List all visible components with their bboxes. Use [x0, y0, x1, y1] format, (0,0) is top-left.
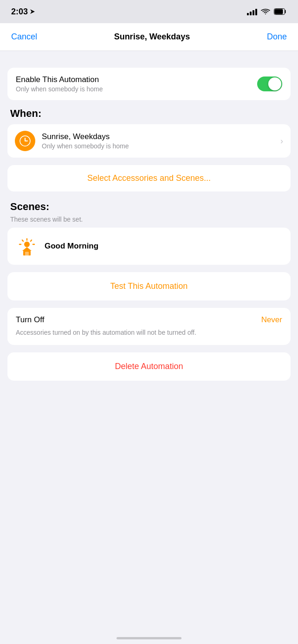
location-arrow-icon: [30, 9, 35, 14]
svg-rect-1: [275, 9, 283, 14]
nav-bar: Cancel Sunrise, Weekdays Done: [0, 23, 298, 51]
when-item-subtitle: Only when somebody is home: [42, 142, 274, 150]
enable-automation-card: Enable This Automation Only when somebod…: [7, 68, 291, 100]
when-section-label: When:: [10, 108, 288, 120]
time-display: 2:03: [11, 7, 28, 17]
delete-automation-button[interactable]: Delete Automation: [7, 352, 291, 381]
cancel-button[interactable]: Cancel: [9, 28, 39, 45]
page-title: Sunrise, Weekdays: [114, 32, 190, 42]
good-morning-icon: [16, 235, 38, 257]
test-automation-button[interactable]: Test This Automation: [7, 272, 291, 300]
enable-subtitle: Only when somebody is home: [16, 85, 257, 93]
select-accessories-button[interactable]: Select Accessories and Scenes...: [7, 165, 291, 191]
scene-name: Good Morning: [45, 242, 98, 251]
turn-off-row[interactable]: Turn Off Never: [16, 315, 282, 325]
when-item-title: Sunrise, Weekdays: [42, 132, 274, 141]
main-content: Enable This Automation Only when somebod…: [0, 51, 298, 381]
status-time: 2:03: [11, 7, 35, 17]
when-text-group: Sunrise, Weekdays Only when somebody is …: [42, 132, 274, 150]
signal-icon: [247, 8, 257, 15]
clock-icon: [15, 131, 35, 151]
test-automation-card[interactable]: Test This Automation: [7, 272, 291, 300]
enable-title: Enable This Automation: [16, 75, 257, 84]
turn-off-description: Accessories turned on by this automation…: [16, 328, 282, 338]
status-bar: 2:03: [0, 0, 298, 23]
test-automation-label: Test This Automation: [110, 281, 188, 291]
svg-marker-11: [22, 247, 32, 251]
svg-line-9: [31, 240, 32, 241]
turn-off-label: Turn Off: [16, 315, 44, 325]
wifi-icon: [261, 8, 270, 15]
battery-icon: [274, 8, 287, 15]
scene-row: Good Morning: [7, 228, 291, 265]
delete-automation-label: Delete Automation: [115, 362, 183, 371]
when-card: Sunrise, Weekdays Only when somebody is …: [7, 124, 291, 158]
svg-point-5: [24, 242, 30, 247]
enable-toggle[interactable]: [257, 77, 282, 91]
enable-text-group: Enable This Automation Only when somebod…: [16, 75, 257, 93]
home-indicator: [117, 637, 181, 639]
select-accessories-label: Select Accessories and Scenes...: [87, 173, 211, 183]
scenes-section-label: Scenes:: [10, 201, 288, 213]
delete-automation-card[interactable]: Delete Automation: [7, 352, 291, 381]
svg-rect-13: [25, 252, 29, 255]
when-row[interactable]: Sunrise, Weekdays Only when somebody is …: [7, 124, 291, 158]
chevron-right-icon: ›: [280, 136, 283, 146]
turn-off-card: Turn Off Never Accessories turned on by …: [7, 308, 291, 345]
status-icons: [247, 8, 287, 15]
done-button[interactable]: Done: [265, 28, 289, 45]
svg-line-7: [22, 240, 23, 241]
select-accessories-card[interactable]: Select Accessories and Scenes...: [7, 165, 291, 191]
turn-off-value: Never: [261, 315, 282, 325]
enable-row: Enable This Automation Only when somebod…: [7, 68, 291, 100]
scenes-card: Good Morning: [7, 228, 291, 265]
toggle-knob: [268, 77, 281, 90]
scenes-subtitle: These scenes will be set.: [10, 216, 288, 223]
